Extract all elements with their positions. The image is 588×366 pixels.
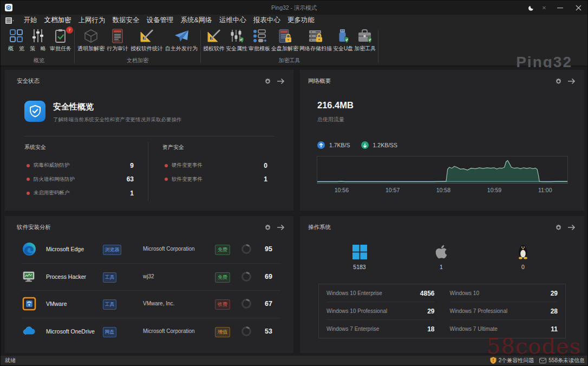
asset-security-section: 资产安全 硬件变更事件 0 软件变更事件 1	[162, 142, 267, 201]
gear-icon[interactable]	[264, 78, 271, 85]
ribbon-group-doc-encryption: 透明加解密 行为审计 授权软件统计	[76, 27, 199, 66]
fulldisk-crypt-icon	[277, 28, 293, 43]
ribbon-item-label: 安全U盘	[333, 45, 353, 53]
gear-icon[interactable]	[264, 224, 271, 231]
category-badge: 浏览器	[103, 245, 121, 255]
bullet-dot-icon	[165, 178, 168, 181]
linux-icon	[491, 243, 556, 259]
ribbon-item-crypt-toolbox[interactable]: 加密工具	[354, 27, 376, 53]
software-vendor: Microsoft Corporation	[143, 246, 195, 252]
tab-data-security[interactable]: 数据安全	[113, 15, 140, 27]
list-item[interactable]: 病毒和威胁防护 9	[24, 159, 134, 173]
tab-start[interactable]: 开始	[24, 15, 37, 27]
bullet-dot-icon	[27, 192, 30, 195]
ribbon-item-network-storage-scan[interactable]: 网络存储扫描	[299, 27, 332, 53]
os-count: 5183	[327, 264, 392, 270]
arrow-right-icon[interactable]	[567, 224, 576, 231]
os-label: Windows 7 Ultimate	[450, 326, 498, 332]
ribbon-item-label: 审批任务	[50, 45, 71, 53]
item-label: 防火墙和网络防护	[34, 176, 75, 183]
ribbon-item-behavior-audit[interactable]: 行为审计	[106, 27, 129, 53]
os-label: Windows 7 Professional	[450, 308, 508, 314]
network-traffic-chart[interactable]	[317, 156, 568, 184]
minimize-button[interactable]	[551, 1, 569, 15]
os-value: 29	[427, 308, 434, 315]
gear-icon[interactable]	[555, 78, 562, 85]
section-title: 资产安全	[162, 143, 267, 151]
close-button[interactable]	[569, 1, 587, 15]
tab-document-encryption[interactable]: 文档加密	[44, 15, 71, 27]
os-label: Windows 10	[450, 290, 479, 296]
ribbon-item-overview[interactable]: 概 览	[5, 27, 27, 53]
item-value: 1	[264, 175, 267, 183]
pin-x-icon[interactable]: ✕	[538, 1, 551, 15]
software-row[interactable]: Microsoft OneDrive 网盘 Microsoft Corporat…	[5, 318, 293, 345]
ribbon-item-authorized-software-stats[interactable]: 授权软件统计	[129, 27, 164, 53]
bullet-dot-icon	[165, 164, 168, 167]
chart-x-axis: 10:5610:5710:5810:5911:00	[317, 187, 568, 194]
tab-internet-behavior[interactable]: 上网行为	[79, 15, 106, 27]
tab-ops-center[interactable]: 运维中心	[219, 15, 246, 27]
category-badge: 工具	[103, 299, 116, 310]
compat-text: 2个兼容性问题	[499, 357, 534, 364]
system-security-section: 系统安全 病毒和威胁防护 9 防火墙和网络防护 63 未启用密码帐户	[24, 142, 134, 201]
arrow-right-icon[interactable]	[277, 78, 285, 84]
arrow-right-icon[interactable]	[567, 78, 576, 84]
software-vendor: VMware, Inc.	[143, 300, 174, 306]
list-item[interactable]: 软件变更事件 1	[162, 173, 267, 187]
ribbon-item-transparent-crypt[interactable]: 透明加解密	[76, 27, 106, 53]
divider	[24, 136, 274, 136]
ribbon-item-fulldisk-crypt[interactable]: 全盘加解密	[271, 27, 299, 53]
ribbon-group-label: 概览	[5, 57, 73, 66]
approval-tasks-icon: 7	[53, 28, 69, 43]
ribbon-item-label: 策 略	[30, 45, 46, 53]
software-name: Microsoft OneDrive	[46, 328, 95, 335]
os-count: 0	[491, 264, 556, 270]
arrow-right-icon[interactable]	[277, 224, 285, 231]
unread-messages[interactable]: 558条未读信息	[539, 357, 585, 364]
menubar: 开始 文档加密 上网行为 数据安全 设备管理 系统&网络 运维中心 报表中心 更…	[1, 15, 587, 27]
ribbon-item-policy[interactable]: 策 略	[27, 27, 49, 53]
list-item[interactable]: 未启用密码帐户 1	[24, 186, 134, 200]
network-total-value: 216.4MB	[317, 100, 354, 110]
software-row[interactable]: Process Hacker 工具 wj32 免费 69	[5, 263, 293, 291]
software-score: 95	[265, 245, 272, 253]
window-title: Ping32 - 演示模式	[1, 1, 587, 15]
gear-icon[interactable]	[555, 224, 562, 231]
tab-report-center[interactable]: 报表中心	[253, 15, 280, 27]
upload-rate: 1.7KB/S	[329, 142, 350, 148]
software-row[interactable]: VMware 工具 VMware, Inc. 收费 67	[5, 290, 293, 318]
tab-device-management[interactable]: 设备管理	[147, 15, 174, 27]
list-item[interactable]: 防火墙和网络防护 63	[24, 173, 134, 187]
approval-badge: 7	[66, 27, 73, 34]
ribbon-item-secure-usb[interactable]: 安全U盘	[332, 27, 354, 53]
approval-template-icon	[251, 28, 267, 43]
theme-moon-icon[interactable]	[525, 1, 538, 15]
ribbon-item-outgoing-behavior[interactable]: 自主外发行为	[164, 27, 199, 53]
tab-system-network[interactable]: 系统&网络	[181, 15, 212, 27]
unread-text: 558条未读信息	[548, 357, 585, 364]
ribbon-item-approval-template[interactable]: 审批模板	[248, 27, 271, 53]
panel-software-analysis: 软件安装分析 Microsoft Edge 浏览器 Microsoft Corp…	[5, 216, 293, 353]
os-table-cell: Windows 7 Professional 28	[442, 302, 566, 320]
ribbon-item-label: 自主外发行为	[165, 45, 198, 53]
score-ring	[241, 271, 252, 282]
item-label: 软件变更事件	[172, 176, 202, 183]
item-label: 病毒和威胁防护	[34, 162, 70, 169]
os-table: Windows 10 Enterprise 4856 Windows 10 29…	[318, 284, 566, 338]
compatibility-issues[interactable]: 2个兼容性问题	[490, 357, 534, 364]
os-linux-summary: 0	[491, 243, 556, 270]
menu-launcher-icon[interactable]	[5, 17, 14, 24]
tab-more-features[interactable]: 更多功能	[288, 15, 315, 27]
dashboard: 安全状态 安全性概览 了解终端当前系统安全性和资产变更情况并采取必要操作	[1, 68, 587, 356]
ribbon-item-security-attributes[interactable]: 安全属性	[225, 27, 248, 53]
software-row[interactable]: Microsoft Edge 浏览器 Microsoft Corporation…	[5, 236, 293, 263]
os-value: 29	[551, 290, 558, 297]
panel-security-status: 安全状态 安全性概览 了解终端当前系统安全性和资产变更情况并采取必要操作	[5, 70, 293, 211]
ribbon-item-approval-tasks[interactable]: 7 审批任务	[49, 27, 73, 53]
ribbon-item-authorized-software[interactable]: 授权软件	[202, 27, 225, 53]
os-table-cell: Windows 10 Enterprise 4856	[319, 284, 442, 302]
overview-grid-icon	[8, 28, 24, 43]
list-item[interactable]: 硬件变更事件 0	[162, 159, 267, 173]
section-title: 系统安全	[24, 143, 134, 151]
